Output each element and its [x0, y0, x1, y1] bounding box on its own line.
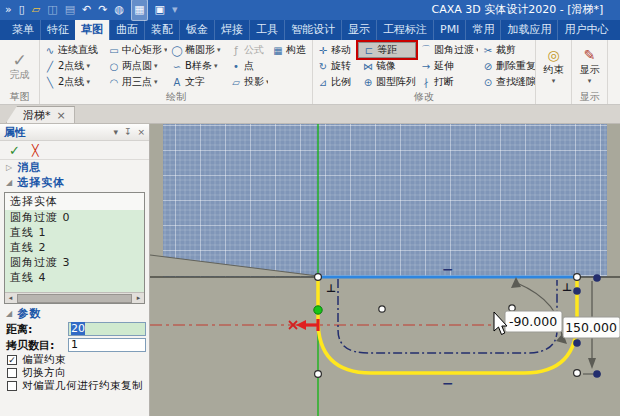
render-sphere-icon[interactable]: ◍: [115, 0, 125, 20]
finish-button[interactable]: ✓ 完成: [10, 42, 30, 91]
formula-button[interactable]: ƒ公式: [226, 43, 268, 58]
horizontal-scrollbar[interactable]: ◂ ▸: [5, 292, 144, 303]
list-item[interactable]: 直线 2: [5, 240, 144, 255]
two-point-line2-button[interactable]: ╲2点线▾: [40, 75, 104, 90]
cancel-button[interactable]: ╳: [32, 144, 39, 157]
find-gap-button[interactable]: ⊙查找缝隙: [478, 75, 535, 90]
apply-button[interactable]: ✓: [9, 143, 20, 158]
tab-annotation[interactable]: 工程标注: [376, 20, 433, 40]
scale-button[interactable]: ⊿比例: [313, 75, 358, 90]
list-item[interactable]: 圆角过渡 0: [5, 210, 144, 225]
tab-weld[interactable]: 焊接: [214, 20, 249, 40]
sketch-canvas[interactable]: ⊥ ⊥ − − -90.000 150.000: [150, 124, 620, 416]
checkbox-unchecked-icon[interactable]: [7, 381, 17, 391]
offset-constraint-row[interactable]: ✓ 偏置约束: [0, 353, 149, 366]
constraint-copy-row[interactable]: 对偏置几何进行约束复制: [0, 379, 149, 392]
mirror-button[interactable]: ⋈镜像: [358, 59, 416, 74]
offset-endpoint-marker[interactable]: [593, 370, 601, 378]
section-message[interactable]: ▷ 消息: [0, 160, 149, 175]
panel-dropdown-icon[interactable]: ▾: [113, 127, 118, 137]
section-params[interactable]: ◢ 参数: [0, 306, 149, 321]
tab-feature[interactable]: 特征: [40, 20, 75, 40]
two-point-line-button[interactable]: ╱2点线▾: [40, 59, 104, 74]
copy-count-input[interactable]: 1: [68, 338, 146, 352]
vertex-marker[interactable]: [315, 274, 322, 281]
constraint-button[interactable]: ◎ 约束 ▾: [544, 42, 564, 91]
tab-surface[interactable]: 曲面: [109, 20, 144, 40]
tab-addins[interactable]: 加载应用: [500, 20, 557, 40]
undo-icon[interactable]: ↶: [82, 0, 91, 20]
list-item[interactable]: 直线 4: [5, 270, 144, 285]
print-icon[interactable]: ▤: [65, 0, 75, 20]
tab-assembly[interactable]: 装配: [144, 20, 179, 40]
rotate-button[interactable]: ↻旋转: [313, 59, 358, 74]
tab-sketch[interactable]: 草图: [75, 20, 109, 40]
list-item[interactable]: 圆角过渡 3: [5, 255, 144, 270]
qat-more-icon[interactable]: ▾: [172, 0, 178, 20]
offset-endpoint-marker[interactable]: [573, 339, 581, 347]
construction-button[interactable]: ▦构造: [268, 43, 312, 58]
scroll-left-icon[interactable]: ◂: [5, 294, 16, 302]
project-button[interactable]: ▱投影▾: [226, 75, 268, 90]
vertex-marker[interactable]: [315, 371, 322, 378]
switch-direction-row[interactable]: 切换方向: [0, 366, 149, 379]
tab-smart-design[interactable]: 智能设计: [284, 20, 341, 40]
arc-center-marker[interactable]: [509, 305, 515, 311]
redo-icon[interactable]: ↷: [98, 0, 107, 20]
text-button[interactable]: A文字: [167, 75, 226, 90]
tab-pmi[interactable]: PMI: [433, 20, 465, 40]
panel-pin-icon[interactable]: ↧: [124, 127, 132, 137]
trim-button[interactable]: ✂裁剪: [478, 43, 535, 58]
document-close-icon[interactable]: ×: [57, 109, 66, 122]
formula-icon: ƒ: [230, 45, 242, 56]
polyline-button[interactable]: ∿连续直线: [40, 43, 104, 58]
grid-snap-icon[interactable]: ▦: [131, 0, 147, 21]
open-file-icon[interactable]: ▱: [32, 0, 40, 20]
point-button[interactable]: •点: [226, 59, 268, 74]
section-select-entity[interactable]: ◢ 选择实体: [0, 175, 149, 190]
customize-chevrons-icon[interactable]: »: [5, 0, 12, 20]
caxa-window: » ▯ ▱ ◫ ▤ ↶ ↷ ◍ ▦ ▣ ▾ CAXA 3D 实体设计2020 -…: [0, 0, 620, 416]
delete-duplicate-button[interactable]: ⊘删除重复: [478, 59, 535, 74]
sketch-viewport[interactable]: ⊥ ⊥ − − -90.000 150.000: [150, 124, 620, 416]
panel-close-icon[interactable]: ×: [137, 127, 145, 137]
center-rect-button[interactable]: ▭中心矩形▾: [104, 43, 167, 58]
tab-user-center[interactable]: 用户中心: [557, 20, 614, 40]
save-icon[interactable]: ◫: [47, 0, 57, 20]
checkbox-unchecked-icon[interactable]: [7, 368, 17, 378]
checkbox-checked-icon[interactable]: ✓: [7, 355, 17, 365]
vertex-marker[interactable]: [574, 370, 581, 377]
distance-input[interactable]: 20: [68, 322, 146, 336]
scroll-right-icon[interactable]: ▸: [133, 294, 144, 302]
selected-entities-list[interactable]: 选择实体 圆角过渡 0 直线 1 直线 2 圆角过渡 3 直线 4 ◂ ▸: [4, 192, 145, 304]
tab-display[interactable]: 显示: [341, 20, 376, 40]
vertex-marker[interactable]: [574, 274, 581, 281]
three-point-arc-button[interactable]: ◠用三点▾: [104, 75, 167, 90]
extend-button[interactable]: →延伸: [416, 59, 478, 74]
offset-button[interactable]: ⊏等距: [358, 42, 416, 58]
tab-tools[interactable]: 工具: [249, 20, 284, 40]
arc-center-marker[interactable]: [379, 306, 385, 312]
tab-sheetmetal[interactable]: 钣金: [179, 20, 214, 40]
finish-check-icon: ✓: [12, 52, 26, 68]
offset-endpoint-marker[interactable]: [573, 287, 581, 295]
scrollbar-thumb[interactable]: [17, 294, 132, 303]
bspline-button[interactable]: ∽B样条▾: [167, 59, 226, 74]
fillet-button[interactable]: ⌒圆角过渡▾: [416, 43, 478, 58]
list-item[interactable]: 直线 1: [5, 225, 144, 240]
camera-icon[interactable]: ▣: [155, 0, 165, 20]
ellipse-button[interactable]: ◯椭圆形▾: [167, 43, 226, 58]
circular-pattern-button[interactable]: ⊕圆型阵列▾: [358, 75, 416, 90]
tab-common[interactable]: 常用: [465, 20, 500, 40]
new-file-icon[interactable]: ▯: [19, 0, 25, 20]
offset-endpoint-marker[interactable]: [593, 274, 601, 282]
move-button[interactable]: ✛移动: [313, 43, 358, 58]
two-point-circle-button[interactable]: ○两点圆▾: [104, 59, 167, 74]
trim-icon: ✂: [482, 45, 494, 56]
bspline-icon: ∽: [171, 61, 183, 72]
document-tab[interactable]: 滑梯* ×: [6, 106, 75, 123]
display-button[interactable]: ✎ 显示 ▾: [580, 42, 600, 91]
break-button[interactable]: ∤打断: [416, 75, 478, 90]
tab-menu[interactable]: 菜单: [6, 20, 40, 40]
active-point-marker[interactable]: [314, 306, 322, 314]
